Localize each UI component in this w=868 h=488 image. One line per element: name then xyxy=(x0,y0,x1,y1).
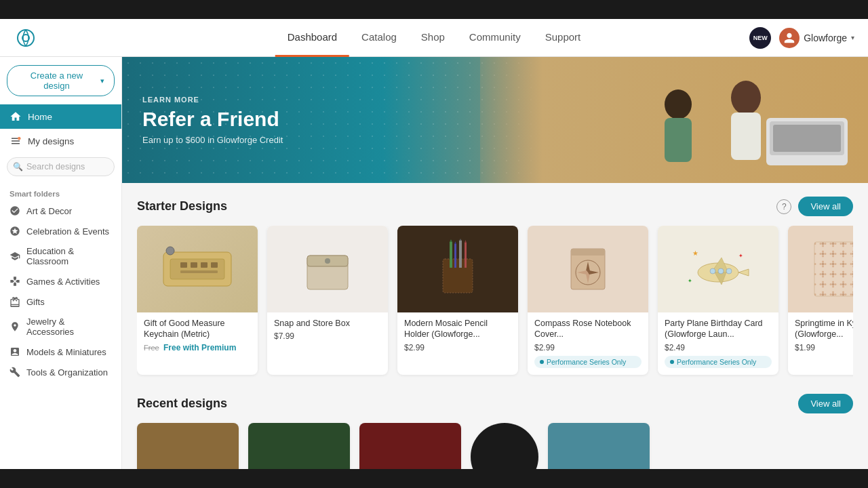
sidebar-folder-education-classroom[interactable]: Education & Classroom xyxy=(0,241,121,271)
design-card-compass-rose[interactable]: More info... Get design Compass Rose Not… xyxy=(528,226,648,375)
sidebar-folder-games-activities[interactable]: Games & Activities xyxy=(0,271,121,291)
search-icon: 🔍 xyxy=(13,162,23,171)
hero-banner[interactable]: LEARN MORE Refer a Friend Earn up to $60… xyxy=(122,57,868,183)
smart-folders-label: Smart folders xyxy=(0,182,121,201)
sidebar-folder-models-miniatures[interactable]: Models & Miniatures xyxy=(0,342,121,362)
chevron-down-icon: ▾ xyxy=(851,34,854,41)
main-content: LEARN MORE Refer a Friend Earn up to $60… xyxy=(122,57,868,488)
kyoto-get-design-button[interactable]: Get design xyxy=(815,303,853,321)
banner-text: LEARN MORE Refer a Friend Earn up to $60… xyxy=(122,77,303,164)
new-badge-label: NEW xyxy=(753,35,768,41)
nav-dashboard[interactable]: Dashboard xyxy=(275,19,349,57)
recent-designs-actions: View all xyxy=(798,394,853,413)
page-layout: Create a new design ▾ Home My designs 🔍 … xyxy=(0,57,868,488)
snap-box-more-info-button[interactable]: More info... xyxy=(294,280,361,298)
folder-games-label: Games & Activities xyxy=(26,277,100,287)
nav-support[interactable]: Support xyxy=(533,19,593,57)
folder-art-decor-label: Art & Decor xyxy=(26,206,72,216)
snap-box-get-design-button[interactable]: Get design xyxy=(294,303,361,321)
folder-celebration-label: Celebration & Events xyxy=(26,226,109,237)
plane-more-info-button[interactable]: More info... xyxy=(684,280,752,298)
create-btn-label: Create a new design xyxy=(17,70,96,91)
sidebar-home-label: Home xyxy=(28,112,52,122)
design-card-keychain[interactable]: More info... Get design Gift of Good Mea… xyxy=(137,226,258,375)
banner-learn-more: LEARN MORE xyxy=(142,96,283,104)
recent-designs-view-all-button[interactable]: View all xyxy=(798,394,853,413)
sidebar-item-home[interactable]: Home xyxy=(0,104,121,129)
bottom-bar xyxy=(0,469,868,488)
keychain-get-design-button[interactable]: Get design xyxy=(164,303,231,321)
starter-designs-title: Starter Designs xyxy=(137,199,227,214)
plane-get-design-button[interactable]: Get design xyxy=(685,303,751,321)
main-nav: Dashboard Catalog Shop Community Support xyxy=(275,19,593,57)
banner-image xyxy=(480,57,868,183)
nav-community[interactable]: Community xyxy=(457,19,533,57)
starter-designs-actions: ? View all xyxy=(776,197,853,216)
sidebar-folder-tools-organization[interactable]: Tools & Organization xyxy=(0,362,121,382)
pencil-get-design-button[interactable]: Get design xyxy=(425,303,491,321)
starter-designs-section: Starter Designs ? View all xyxy=(122,183,868,391)
help-icon[interactable]: ? xyxy=(776,199,791,214)
sidebar-folder-art-decor[interactable]: Art & Decor xyxy=(0,201,121,221)
pencil-more-info-button[interactable]: More info... xyxy=(424,280,492,298)
svg-point-0 xyxy=(18,30,34,46)
search-box: 🔍 xyxy=(7,157,115,176)
starter-designs-view-all-button[interactable]: View all xyxy=(798,197,853,216)
design-card-kyoto[interactable]: More info... Get design Springtime in Ky… xyxy=(788,226,853,375)
banner-subtitle: Earn up to $600 in Glowforge Credit xyxy=(142,135,283,145)
folder-models-label: Models & Miniatures xyxy=(26,347,106,357)
svg-point-2 xyxy=(18,137,21,140)
header-right: NEW Glowforge ▾ xyxy=(749,27,854,49)
user-menu[interactable]: Glowforge ▾ xyxy=(779,28,854,48)
logo[interactable] xyxy=(14,26,38,50)
top-bar xyxy=(0,0,868,19)
compass-get-design-button[interactable]: Get design xyxy=(555,303,621,321)
dropdown-arrow-icon: ▾ xyxy=(100,77,104,85)
folder-tools-label: Tools & Organization xyxy=(26,367,108,378)
sidebar-item-my-designs[interactable]: My designs xyxy=(0,129,121,153)
compass-more-info-button[interactable]: More info... xyxy=(554,280,622,298)
recent-designs-header: Recent designs View all xyxy=(137,394,853,413)
kyoto-more-info-button[interactable]: More info... xyxy=(814,280,853,298)
sidebar-folder-jewelry-accessories[interactable]: Jewelry & Accessories xyxy=(0,312,121,342)
svg-point-6 xyxy=(665,89,692,119)
svg-rect-7 xyxy=(665,118,692,162)
create-new-design-button[interactable]: Create a new design ▾ xyxy=(7,65,115,96)
nav-catalog[interactable]: Catalog xyxy=(349,19,409,57)
new-badge[interactable]: NEW xyxy=(749,27,771,49)
keychain-more-info-button[interactable]: More info... xyxy=(163,280,231,298)
design-card-snap-box[interactable]: More info... Get design Snap and Store B… xyxy=(267,226,388,375)
sidebar: Create a new design ▾ Home My designs 🔍 … xyxy=(0,57,122,488)
user-name: Glowforge xyxy=(804,33,847,43)
starter-designs-grid: More info... Get design Gift of Good Mea… xyxy=(137,226,853,378)
folder-education-label: Education & Classroom xyxy=(26,246,112,266)
folder-gifts-label: Gifts xyxy=(26,297,45,307)
design-card-party-plane[interactable]: ★ ✦ ✦ More info... Get design Party Plan… xyxy=(658,226,778,375)
user-avatar xyxy=(779,28,800,48)
header: Dashboard Catalog Shop Community Support… xyxy=(0,19,868,57)
sidebar-folder-gifts[interactable]: Gifts xyxy=(0,291,121,312)
recent-designs-title: Recent designs xyxy=(137,396,227,411)
banner-title: Refer a Friend xyxy=(142,108,283,131)
sidebar-my-designs-label: My designs xyxy=(28,136,74,146)
folder-jewelry-label: Jewelry & Accessories xyxy=(26,317,112,337)
svg-rect-5 xyxy=(731,113,761,160)
nav-shop[interactable]: Shop xyxy=(409,19,457,57)
svg-rect-10 xyxy=(773,125,841,152)
svg-point-4 xyxy=(731,81,761,115)
design-card-pencil-holder[interactable]: More info... Get design Modern Mosaic Pe… xyxy=(397,226,518,375)
sidebar-folder-celebration-events[interactable]: Celebration & Events xyxy=(0,221,121,241)
starter-designs-header: Starter Designs ? View all xyxy=(137,197,853,216)
